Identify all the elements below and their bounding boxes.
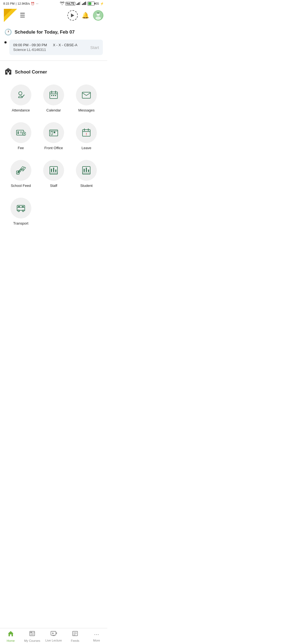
app-logo xyxy=(4,9,17,22)
schedule-header: 🕐 Schedule for Today, Feb 07 xyxy=(4,29,103,36)
front-office-icon-circle xyxy=(43,122,64,143)
status-speed: 12.9KB/s xyxy=(18,2,30,5)
schedule-dot xyxy=(4,41,7,43)
svg-rect-27 xyxy=(51,95,52,96)
messages-icon-circle xyxy=(76,84,97,105)
calendar-icon-circle xyxy=(43,84,64,105)
svg-rect-4 xyxy=(82,4,83,5)
svg-rect-6 xyxy=(84,2,85,5)
play-button[interactable] xyxy=(67,10,78,21)
schedule-item: 09:00 PM - 09:30 PM X - X - CBSE-A Scien… xyxy=(4,40,103,55)
svg-rect-63 xyxy=(18,206,20,207)
svg-rect-2 xyxy=(79,2,79,5)
student-icon-circle xyxy=(76,160,97,181)
staff-icon-circle xyxy=(43,160,64,181)
svg-rect-16 xyxy=(6,71,7,72)
svg-rect-53 xyxy=(53,168,54,172)
svg-rect-7 xyxy=(85,2,86,5)
messages-icon xyxy=(81,90,91,100)
fee-item[interactable]: Fee xyxy=(4,119,37,154)
transport-icon xyxy=(16,203,26,213)
svg-rect-54 xyxy=(55,170,56,172)
school-icon xyxy=(4,67,12,77)
school-corner-row-1: Attendance Calendar xyxy=(4,82,103,117)
svg-rect-52 xyxy=(51,169,52,172)
nav-right: 🔔 xyxy=(67,10,103,21)
dots-icon: ··· xyxy=(36,2,38,5)
hamburger-menu[interactable]: ☰ xyxy=(20,12,25,19)
student-item[interactable]: Student xyxy=(70,157,103,192)
messages-item[interactable]: Messages xyxy=(70,82,103,117)
front-office-icon xyxy=(49,128,59,138)
front-office-label: Front Office xyxy=(44,146,63,150)
front-office-item[interactable]: Front Office xyxy=(37,119,70,154)
calendar-item[interactable]: Calendar xyxy=(37,82,70,117)
school-feed-item[interactable]: School Feed xyxy=(4,157,37,192)
signal-icon xyxy=(76,2,81,6)
status-time: 8:15 PM xyxy=(3,2,15,5)
svg-point-21 xyxy=(19,92,22,95)
svg-rect-5 xyxy=(83,3,84,5)
fee-icon xyxy=(16,128,26,138)
fee-icon-circle xyxy=(10,122,31,143)
svg-line-50 xyxy=(23,170,24,171)
school-feed-icon-circle xyxy=(10,160,31,181)
svg-rect-0 xyxy=(76,4,77,5)
svg-rect-64 xyxy=(22,206,24,207)
leave-icon-circle: ! xyxy=(76,122,97,143)
leave-item[interactable]: ! Leave xyxy=(70,119,103,154)
schedule-time-text: 09:00 PM - 09:30 PM xyxy=(13,43,47,47)
student-label: Student xyxy=(80,184,93,188)
staff-item[interactable]: Staff xyxy=(37,157,70,192)
battery-percent: 55 xyxy=(96,2,99,5)
calendar-label: Calendar xyxy=(46,108,61,112)
transport-label: Transport xyxy=(13,221,28,225)
svg-marker-10 xyxy=(71,13,74,17)
status-bar: 8:15 PM | 12.9KB/s ⏰ ··· VoLTE xyxy=(0,0,107,7)
svg-rect-14 xyxy=(97,13,99,13)
wifi-icon xyxy=(60,2,64,6)
svg-marker-19 xyxy=(5,68,12,70)
clock-icon: 🕐 xyxy=(4,29,12,36)
svg-rect-59 xyxy=(88,170,89,172)
status-left: 8:15 PM | 12.9KB/s ⏰ ··· xyxy=(3,2,38,6)
student-icon xyxy=(81,165,91,175)
bolt-icon: ⚡ xyxy=(100,2,104,6)
notification-bell[interactable]: 🔔 xyxy=(82,12,89,19)
staff-label: Staff xyxy=(50,184,57,188)
volte-icon: VoLTE xyxy=(65,2,75,6)
school-corner-row-2: Fee Front Office xyxy=(4,119,103,154)
battery-icon xyxy=(87,2,95,6)
svg-rect-61 xyxy=(17,205,25,210)
user-avatar[interactable] xyxy=(93,10,103,21)
school-corner-header: School Corner xyxy=(4,67,103,77)
schedule-info: 09:00 PM - 09:30 PM X - X - CBSE-A Scien… xyxy=(13,43,77,52)
svg-rect-39 xyxy=(51,132,53,135)
battery-fill xyxy=(88,2,91,5)
svg-point-13 xyxy=(95,17,101,20)
svg-point-67 xyxy=(18,210,20,212)
status-right: VoLTE 55 xyxy=(60,2,104,6)
svg-rect-1 xyxy=(78,3,78,5)
attendance-icon xyxy=(16,90,26,100)
school-corner: School Corner Attendance xyxy=(0,63,107,230)
svg-rect-18 xyxy=(7,72,9,75)
schedule-section: 🕐 Schedule for Today, Feb 07 09:00 PM - … xyxy=(0,24,107,58)
attendance-item[interactable]: Attendance xyxy=(4,82,37,117)
start-button[interactable]: Start xyxy=(90,45,99,50)
attendance-label: Attendance xyxy=(12,108,30,112)
transport-item[interactable]: Transport xyxy=(4,195,37,230)
svg-rect-28 xyxy=(53,95,54,96)
svg-rect-58 xyxy=(86,168,87,172)
svg-rect-32 xyxy=(18,131,19,134)
schedule-card[interactable]: 09:00 PM - 09:30 PM X - X - CBSE-A Scien… xyxy=(9,40,103,55)
svg-rect-17 xyxy=(9,71,10,72)
school-corner-row-3: School Feed Staff xyxy=(4,157,103,192)
fee-label: Fee xyxy=(18,146,24,150)
svg-rect-20 xyxy=(7,69,7,71)
signal2-icon xyxy=(82,2,86,6)
svg-point-68 xyxy=(22,210,24,212)
svg-rect-29 xyxy=(55,95,56,96)
alarm-icon: ⏰ xyxy=(31,2,35,6)
status-network: | xyxy=(16,2,16,5)
